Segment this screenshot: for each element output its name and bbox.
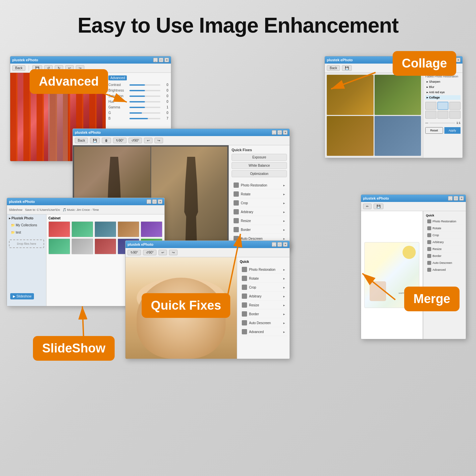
baby-close[interactable]: ✕: [283, 242, 288, 247]
ss-close[interactable]: ✕: [158, 199, 162, 204]
collage-slider[interactable]: [430, 123, 455, 124]
merge-photo-restoration[interactable]: Photo Restoration: [426, 218, 463, 225]
contrast-slider[interactable]: [129, 84, 160, 86]
close-btn[interactable]: ✕: [164, 58, 169, 62]
qf-rotate-ccw-btn[interactable]: ↺90°: [128, 138, 142, 143]
qf-back-btn[interactable]: Back: [75, 138, 88, 143]
ss-thumb-2[interactable]: [71, 221, 93, 237]
merge-resize[interactable]: Resize: [426, 246, 463, 252]
close-btn-2[interactable]: ✕: [456, 58, 461, 62]
collage-body: Faded Photo Restoration ▸ Sharpen ▸ Blur…: [325, 73, 462, 158]
ss-thumb-5[interactable]: [141, 221, 162, 237]
brightness-slider[interactable]: [129, 90, 160, 91]
baby-photo-restoration[interactable]: Photo Restoration ▸: [240, 266, 287, 274]
saturation-slider[interactable]: [129, 96, 160, 97]
apply-btn[interactable]: Apply: [444, 127, 461, 134]
gamma-slider[interactable]: [129, 107, 160, 108]
qf-redo-btn[interactable]: ↪: [154, 138, 163, 143]
baby-autodescreen[interactable]: Auto Descreen ▸: [240, 319, 287, 327]
qf-save-btn[interactable]: 💾: [90, 138, 100, 143]
save-btn-collage[interactable]: 💾: [342, 65, 352, 71]
merge-edit-btn[interactable]: ✏: [363, 204, 372, 209]
qf-rotate-cw-btn[interactable]: ↻90°: [113, 138, 126, 143]
ss-thumb-8[interactable]: [95, 238, 116, 254]
ss-thumb-6[interactable]: [48, 238, 70, 254]
grid-opt-2[interactable]: [437, 102, 449, 110]
ss-thumb-4[interactable]: [118, 221, 139, 237]
hue-slider[interactable]: [129, 101, 160, 102]
baby-crop[interactable]: Crop ▸: [240, 283, 287, 292]
exposure-btn[interactable]: Exposure: [232, 154, 287, 161]
grid-opt-3[interactable]: [449, 102, 461, 110]
merge-arbitrary-icon: [427, 240, 431, 244]
resize-menu[interactable]: Resize ▸: [232, 217, 287, 225]
merge-arbitrary[interactable]: Arbitrary: [426, 239, 463, 245]
merge-autodescreen[interactable]: Auto Descreen: [426, 260, 463, 266]
optimization-btn[interactable]: Optimization: [232, 170, 287, 177]
baby-rotate-cw[interactable]: ↻90°: [127, 250, 141, 255]
ss-thumb-3[interactable]: [95, 221, 116, 237]
grid-opt-4[interactable]: [425, 111, 436, 119]
baby-undo[interactable]: ↩: [158, 250, 167, 255]
ss-thumb-7[interactable]: [71, 238, 93, 254]
crop-menu[interactable]: Crop ▸: [232, 199, 287, 207]
autodescreen-arrow: ▸: [283, 237, 285, 240]
grid-opt-6[interactable]: [449, 111, 461, 119]
baby-arbitrary[interactable]: Arbitrary ▸: [240, 292, 287, 300]
ss-min[interactable]: _: [147, 199, 151, 204]
back-button[interactable]: Back: [12, 65, 25, 71]
baby-max[interactable]: □: [277, 242, 282, 247]
merge-close[interactable]: ✕: [459, 196, 464, 201]
merge-border[interactable]: Border: [426, 253, 463, 259]
test-item[interactable]: 📁 test: [9, 229, 44, 236]
collage-cell-4: [375, 116, 421, 156]
saturation-label: Saturation: [108, 94, 128, 98]
qf-undo-btn[interactable]: ↩: [144, 138, 153, 143]
b-slider[interactable]: [129, 118, 160, 119]
merge-advanced[interactable]: Advanced: [426, 267, 463, 273]
reset-btn[interactable]: Reset: [425, 127, 443, 134]
baby-panel: Quick Photo Restoration ▸ Rotate ▸ Crop …: [237, 257, 290, 359]
maximize-btn[interactable]: □: [159, 58, 163, 62]
merge-max[interactable]: □: [454, 196, 458, 201]
minimize-btn[interactable]: _: [153, 58, 158, 62]
qf-max[interactable]: □: [277, 130, 282, 135]
resize-label: Resize: [241, 219, 251, 223]
gamma-value: 1: [162, 105, 168, 109]
merge-crop[interactable]: Crop: [426, 232, 463, 238]
back-btn-collage[interactable]: Back: [327, 65, 340, 71]
drop-area[interactable]: Drop files here: [9, 239, 44, 248]
baby-advanced[interactable]: Advanced ▸: [240, 328, 287, 336]
advanced-tab[interactable]: Advanced: [108, 75, 127, 80]
photo-restoration-menu[interactable]: Photo Restoration ▸: [232, 181, 287, 189]
blur-option[interactable]: ▸ Blur: [425, 85, 461, 89]
merge-rotate[interactable]: Rotate: [426, 225, 463, 232]
qf-close[interactable]: ✕: [283, 130, 288, 135]
slideshow-btn[interactable]: ▶ Slideshow: [10, 293, 34, 299]
crop-arrow: ▸: [283, 201, 285, 205]
rotate-menu[interactable]: Rotate ▸: [232, 190, 287, 198]
collage-option[interactable]: ▸ Collage: [425, 95, 461, 100]
grid-opt-5[interactable]: [437, 111, 449, 119]
border-menu[interactable]: Border ▸: [232, 226, 287, 234]
white-balance-btn[interactable]: White Balance: [232, 162, 287, 169]
qf-min[interactable]: _: [272, 130, 276, 135]
arbitrary-menu[interactable]: Arbitrary ▸: [232, 208, 287, 216]
qf-delete-btn[interactable]: 🗑: [102, 138, 111, 143]
anti-red-eye-option[interactable]: ▸ Anti red eye: [425, 90, 461, 95]
my-collections-item[interactable]: 📁 My Collections: [9, 222, 44, 228]
baby-resize[interactable]: Resize ▸: [240, 301, 287, 309]
baby-min[interactable]: _: [272, 242, 276, 247]
baby-border[interactable]: Border ▸: [240, 310, 287, 318]
merge-save-btn[interactable]: 💾: [374, 204, 383, 209]
baby-rotate[interactable]: Rotate ▸: [240, 274, 287, 283]
merge-min[interactable]: _: [448, 196, 453, 201]
ss-max[interactable]: □: [152, 199, 157, 204]
grid-opt-1[interactable]: [425, 102, 436, 110]
baby-redo[interactable]: ↪: [169, 250, 178, 255]
ss-thumb-1[interactable]: [48, 221, 70, 237]
baby-rotate-ccw[interactable]: ↺90°: [143, 250, 156, 255]
card-figure-decoration: [370, 281, 386, 301]
g-slider[interactable]: [129, 112, 160, 114]
sharpen-option[interactable]: ▸ Sharpen: [425, 79, 461, 84]
